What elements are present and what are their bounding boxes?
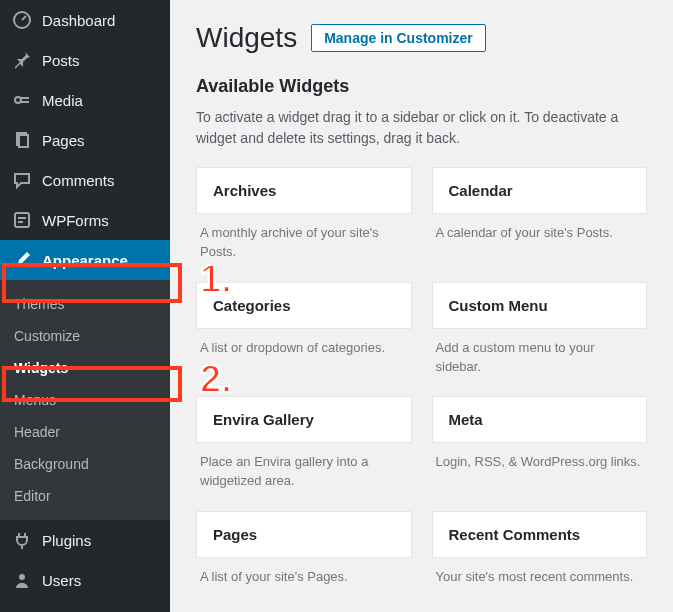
- sidebar-item-media[interactable]: Media: [0, 80, 170, 120]
- submenu-item-background[interactable]: Background: [0, 448, 170, 480]
- sidebar-item-posts[interactable]: Posts: [0, 40, 170, 80]
- available-widgets-title: Available Widgets: [196, 76, 647, 97]
- widget-categories: Categories A list or dropdown of categor…: [196, 282, 412, 391]
- sidebar-item-label: WPForms: [42, 212, 109, 229]
- brush-icon: [12, 250, 32, 270]
- sidebar-item-label: Comments: [42, 172, 115, 189]
- submenu-label: Header: [14, 424, 60, 440]
- widget-archives: Archives A monthly archive of your site'…: [196, 167, 412, 276]
- widget-recent-comments: Recent Comments Your site's most recent …: [432, 511, 648, 601]
- sidebar-item-label: Dashboard: [42, 12, 115, 29]
- sidebar-item-appearance[interactable]: Appearance: [0, 240, 170, 280]
- widget-description: A list of your site's Pages.: [196, 558, 412, 601]
- sidebar-item-label: Media: [42, 92, 83, 109]
- manage-in-customizer-button[interactable]: Manage in Customizer: [311, 24, 486, 52]
- widget-header[interactable]: Meta: [432, 396, 648, 443]
- sidebar-item-label: Users: [42, 572, 81, 589]
- widget-header[interactable]: Categories: [196, 282, 412, 329]
- widget-description: A list or dropdown of categories.: [196, 329, 412, 372]
- sidebar-item-label: Appearance: [42, 252, 128, 269]
- svg-rect-4: [15, 213, 29, 227]
- sidebar-item-label: Pages: [42, 132, 85, 149]
- widget-description: Login, RSS, & WordPress.org links.: [432, 443, 648, 486]
- widget-envira-gallery: Envira Gallery Place an Envira gallery i…: [196, 396, 412, 505]
- submenu-item-themes[interactable]: Themes: [0, 288, 170, 320]
- svg-point-1: [15, 97, 21, 103]
- widget-meta: Meta Login, RSS, & WordPress.org links.: [432, 396, 648, 505]
- dashboard-icon: [12, 10, 32, 30]
- widget-description: A monthly archive of your site's Posts.: [196, 214, 412, 276]
- plug-icon: [12, 530, 32, 550]
- submenu-label: Background: [14, 456, 89, 472]
- widget-header[interactable]: Calendar: [432, 167, 648, 214]
- submenu-item-widgets[interactable]: Widgets: [0, 352, 170, 384]
- sidebar-item-label: Posts: [42, 52, 80, 69]
- sidebar-item-label: Plugins: [42, 532, 91, 549]
- widget-header[interactable]: Pages: [196, 511, 412, 558]
- svg-point-5: [19, 574, 25, 580]
- sidebar-item-users[interactable]: Users: [0, 560, 170, 600]
- sidebar-item-dashboard[interactable]: Dashboard: [0, 0, 170, 40]
- submenu-item-editor[interactable]: Editor: [0, 480, 170, 512]
- widget-pages: Pages A list of your site's Pages.: [196, 511, 412, 601]
- submenu-item-header[interactable]: Header: [0, 416, 170, 448]
- sidebar-item-plugins[interactable]: Plugins: [0, 520, 170, 560]
- main-content: Widgets Manage in Customizer Available W…: [170, 0, 673, 612]
- pages-icon: [12, 130, 32, 150]
- submenu-label: Themes: [14, 296, 65, 312]
- sidebar-item-comments[interactable]: Comments: [0, 160, 170, 200]
- comments-icon: [12, 170, 32, 190]
- submenu-item-customize[interactable]: Customize: [0, 320, 170, 352]
- submenu-label: Editor: [14, 488, 51, 504]
- widget-description: Add a custom menu to your sidebar.: [432, 329, 648, 391]
- widget-custom-menu: Custom Menu Add a custom menu to your si…: [432, 282, 648, 391]
- widget-description: Place an Envira gallery into a widgetize…: [196, 443, 412, 505]
- sidebar-submenu-appearance: Themes Customize Widgets Menus Header Ba…: [0, 280, 170, 520]
- svg-rect-3: [19, 135, 28, 147]
- widget-header[interactable]: Envira Gallery: [196, 396, 412, 443]
- submenu-label: Widgets: [14, 360, 68, 376]
- page-title: Widgets: [196, 22, 297, 54]
- widget-calendar: Calendar A calendar of your site's Posts…: [432, 167, 648, 276]
- submenu-label: Customize: [14, 328, 80, 344]
- widget-header[interactable]: Archives: [196, 167, 412, 214]
- available-widgets-grid: Archives A monthly archive of your site'…: [196, 167, 647, 607]
- users-icon: [12, 570, 32, 590]
- media-icon: [12, 90, 32, 110]
- page-header: Widgets Manage in Customizer: [196, 22, 647, 54]
- wpforms-icon: [12, 210, 32, 230]
- widget-description: A calendar of your site's Posts.: [432, 214, 648, 257]
- pin-icon: [12, 50, 32, 70]
- sidebar-item-wpforms[interactable]: WPForms: [0, 200, 170, 240]
- widget-header[interactable]: Recent Comments: [432, 511, 648, 558]
- available-widgets-desc: To activate a widget drag it to a sideba…: [196, 107, 647, 149]
- submenu-label: Menus: [14, 392, 56, 408]
- sidebar-item-pages[interactable]: Pages: [0, 120, 170, 160]
- submenu-item-menus[interactable]: Menus: [0, 384, 170, 416]
- widget-header[interactable]: Custom Menu: [432, 282, 648, 329]
- widget-description: Your site's most recent comments.: [432, 558, 648, 601]
- admin-sidebar: Dashboard Posts Media Pages Comments: [0, 0, 170, 612]
